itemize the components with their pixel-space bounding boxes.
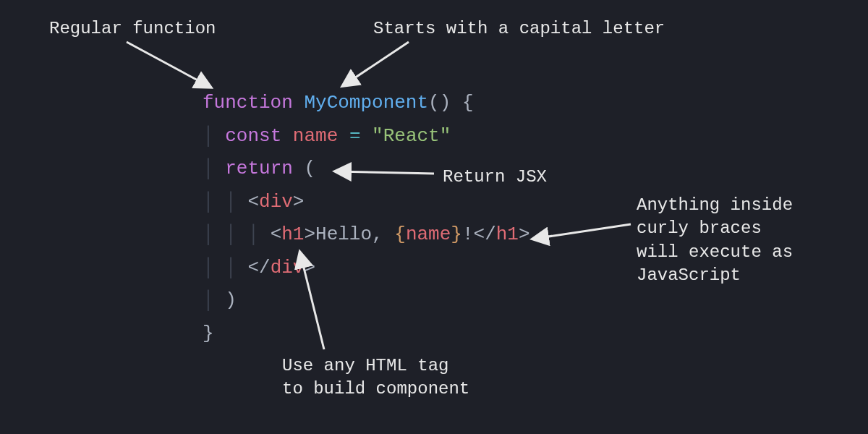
code-line-6: │ │ </div> (203, 252, 530, 285)
code-line-7: │ ) (203, 284, 530, 318)
keyword-return: return (225, 158, 293, 179)
arrow-regular-function (127, 42, 210, 87)
code-block: function MyComponent() { │ const name = … (203, 87, 530, 350)
function-name: MyComponent (304, 92, 428, 114)
keyword-const: const (225, 125, 281, 147)
arrow-capital-letter (344, 42, 409, 85)
code-line-3: │ return ( (203, 153, 530, 186)
keyword-function: function (203, 92, 293, 114)
tag-h1-open: h1 (281, 224, 304, 245)
paren-close: ) (225, 289, 237, 311)
parens: () (428, 92, 451, 114)
annotation-html-tag: Use any HTML tag to build component (282, 354, 469, 401)
annotation-curly-braces: Anything inside curly braces will execut… (637, 194, 793, 288)
code-line-8: } (203, 318, 530, 351)
jsx-expression: name (406, 224, 451, 245)
code-line-4: │ │ <div> (203, 186, 530, 219)
brace-open: { (462, 92, 474, 114)
string-value: "React" (372, 125, 451, 147)
tag-div-open: div (259, 191, 293, 213)
tag-h1-close: h1 (496, 224, 519, 245)
jsx-text-hello: Hello, (315, 224, 394, 245)
arrow-curly-braces (534, 224, 631, 239)
code-line-2: │ const name = "React" (203, 120, 530, 153)
tag-div-close: div (271, 257, 305, 278)
paren-open: ( (304, 158, 315, 179)
annotation-capital-letter: Starts with a capital letter (373, 17, 665, 41)
jsx-text-bang: ! (462, 224, 474, 245)
operator-equals: = (349, 125, 361, 147)
code-line-5: │ │ │ <h1>Hello, {name}!</h1> (203, 218, 530, 252)
annotation-regular-function: Regular function (49, 17, 216, 41)
variable-name: name (293, 125, 338, 147)
code-line-1: function MyComponent() { (203, 87, 530, 120)
brace-close: } (203, 323, 214, 344)
